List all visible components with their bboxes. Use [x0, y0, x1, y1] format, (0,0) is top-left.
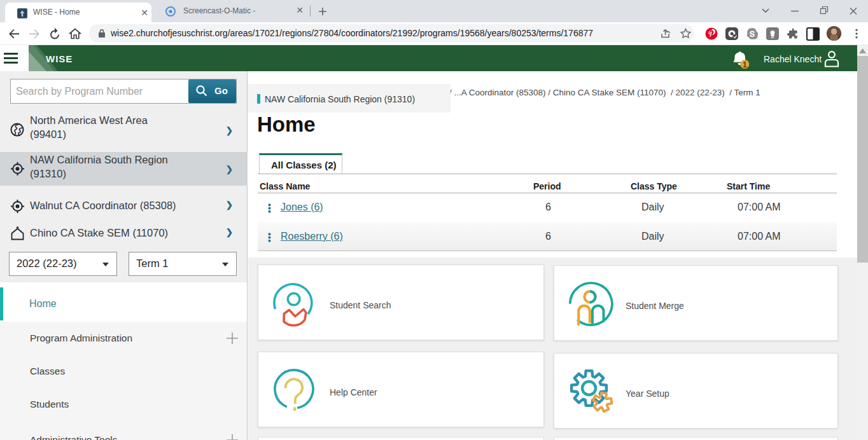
svg-text:1: 1 — [743, 60, 747, 69]
